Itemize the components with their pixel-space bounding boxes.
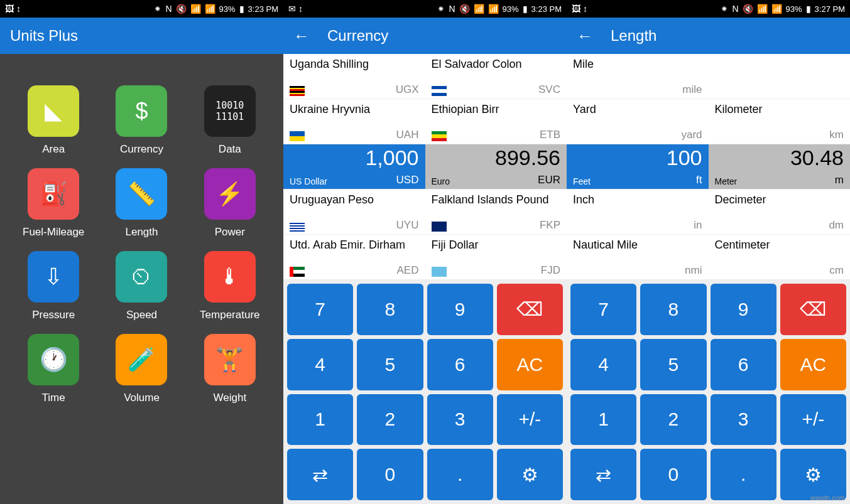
category-currency[interactable]: $Currency — [101, 85, 182, 156]
unit-abbr: nmi — [685, 264, 702, 277]
key-9[interactable]: 9 — [711, 284, 776, 335]
unit-value: 100 — [573, 146, 702, 170]
key-5[interactable]: 5 — [357, 339, 423, 390]
unit-row[interactable]: Uruguayan PesoUYU — [283, 190, 425, 235]
unit-row[interactable]: Inchin — [567, 190, 709, 235]
key-AC[interactable]: AC — [780, 339, 846, 390]
category-fuel-mileage[interactable]: ⛽Fuel-Mileage — [13, 168, 94, 239]
key-7[interactable]: 7 — [287, 284, 353, 335]
key-8[interactable]: 8 — [357, 284, 423, 335]
key-9[interactable]: 9 — [427, 284, 493, 335]
clock: 3:27 PM — [815, 4, 845, 14]
category-tile: ⏲ — [116, 251, 167, 303]
unit-name: Yard — [573, 103, 702, 116]
unit-row[interactable]: 1,000US DollarUSD — [283, 144, 425, 190]
unit-row[interactable]: Ukraine HryvniaUAH — [283, 99, 425, 144]
unit-abbr: AED — [397, 264, 419, 277]
status-bar: 🖼 ↕ ⁕ N 🔇 📶 📶 93% ▮ 3:23 PM — [0, 0, 283, 18]
unit-row[interactable]: Decimeterdm — [709, 190, 851, 235]
unit-name: El Salvador Colon — [432, 58, 561, 71]
key-3[interactable]: 3 — [711, 394, 776, 446]
key-⌫[interactable]: ⌫ — [780, 284, 846, 335]
key-⚙[interactable]: ⚙ — [780, 449, 846, 500]
unit-lists: MilemileYardyard100FeetftInchinNautical … — [567, 54, 850, 280]
key-⚙[interactable]: ⚙ — [497, 449, 563, 500]
unit-row[interactable]: Yardyard — [567, 99, 709, 144]
keypad: 789⌫456AC123+/-⇄0.⚙ — [567, 280, 850, 504]
category-tile: ◣ — [28, 85, 79, 137]
flag-icon — [290, 222, 305, 232]
unit-row[interactable]: Uganda ShillingUGX — [283, 54, 425, 99]
key-⇄[interactable]: ⇄ — [570, 449, 636, 500]
unit-row[interactable]: 100Feetft — [567, 144, 709, 190]
key-4[interactable]: 4 — [570, 339, 636, 390]
unit-row[interactable]: Fiji DollarFJD — [425, 235, 567, 280]
unit-row[interactable]: Utd. Arab Emir. DirhamAED — [283, 235, 425, 280]
sync-icon: ↕ — [16, 4, 21, 14]
unit-row[interactable]: Ethiopian BirrETB — [425, 99, 567, 144]
unit-name: Fiji Dollar — [432, 239, 561, 252]
sync-icon: ↕ — [298, 4, 303, 14]
key-7[interactable]: 7 — [570, 284, 636, 335]
key-3[interactable]: 3 — [427, 394, 493, 446]
category-weight[interactable]: 🏋Weight — [189, 334, 271, 404]
category-label: Temperature — [200, 309, 259, 321]
unit-row[interactable]: Falkland Islands PoundFKP — [425, 190, 567, 235]
category-length[interactable]: 📏Length — [101, 168, 182, 239]
key-⇄[interactable]: ⇄ — [287, 449, 353, 500]
key-.[interactable]: . — [427, 449, 493, 500]
key-.[interactable]: . — [711, 449, 776, 500]
unit-row[interactable]: 899.56EuroEUR — [425, 144, 567, 190]
unit-row[interactable] — [709, 54, 851, 99]
category-area[interactable]: ◣Area — [13, 85, 94, 156]
unit-row[interactable]: Centimetercm — [709, 235, 851, 280]
key-AC[interactable]: AC — [497, 339, 563, 390]
back-button[interactable]: ← — [293, 26, 310, 46]
category-volume[interactable]: 🧪Volume — [101, 334, 182, 404]
key-0[interactable]: 0 — [357, 449, 423, 500]
unit-row[interactable]: 30.48Meterm — [709, 144, 851, 190]
key-+/-[interactable]: +/- — [497, 394, 563, 446]
key-1[interactable]: 1 — [287, 394, 353, 446]
unit-abbr: ETB — [540, 129, 560, 141]
back-button[interactable]: ← — [577, 26, 593, 46]
unit-abbr: USD — [396, 174, 419, 186]
unit-abbr: FKP — [540, 219, 560, 232]
key-5[interactable]: 5 — [640, 339, 706, 390]
unit-row[interactable]: Nautical Milenmi — [567, 235, 709, 280]
nfc-icon: N — [732, 4, 738, 14]
key-0[interactable]: 0 — [640, 449, 706, 500]
unit-name: Meter — [715, 176, 738, 186]
unit-list-right: El Salvador ColonSVCEthiopian BirrETB899… — [425, 54, 567, 280]
unit-name: Falkland Islands Pound — [432, 193, 561, 206]
unit-abbr: ft — [696, 174, 702, 186]
key-2[interactable]: 2 — [640, 394, 706, 446]
category-power[interactable]: ⚡Power — [189, 168, 271, 239]
app-title: Units Plus — [10, 27, 78, 45]
key-4[interactable]: 4 — [287, 339, 353, 390]
category-time[interactable]: 🕐Time — [13, 334, 94, 404]
category-label: Speed — [126, 309, 157, 321]
key-2[interactable]: 2 — [357, 394, 423, 446]
phone-length: 🖼 ↕ ⁕ N 🔇 📶 📶 93% ▮ 3:27 PM ← Length Mil… — [567, 0, 850, 504]
flag-icon — [290, 86, 305, 96]
unit-row[interactable]: Kilometerkm — [709, 99, 851, 144]
unit-row[interactable]: Milemile — [567, 54, 709, 99]
category-speed[interactable]: ⏲Speed — [101, 251, 182, 321]
key-⌫[interactable]: ⌫ — [497, 284, 563, 335]
battery-percent: 93% — [786, 4, 802, 14]
image-icon: 🖼 — [5, 4, 14, 14]
key-+/-[interactable]: +/- — [780, 394, 846, 446]
unit-name: Decimeter — [715, 193, 844, 206]
category-pressure[interactable]: ⇩Pressure — [13, 251, 94, 321]
key-8[interactable]: 8 — [640, 284, 706, 335]
category-data[interactable]: 10010 11101Data — [189, 85, 271, 156]
unit-abbr: SVC — [538, 83, 560, 96]
key-6[interactable]: 6 — [711, 339, 776, 390]
key-1[interactable]: 1 — [570, 394, 636, 446]
category-temperature[interactable]: 🌡Temperature — [189, 251, 271, 321]
flag-icon — [432, 86, 447, 96]
unit-row[interactable]: El Salvador ColonSVC — [425, 54, 567, 99]
phone-home: 🖼 ↕ ⁕ N 🔇 📶 📶 93% ▮ 3:23 PM Units Plus ◣… — [0, 0, 283, 504]
key-6[interactable]: 6 — [427, 339, 493, 390]
